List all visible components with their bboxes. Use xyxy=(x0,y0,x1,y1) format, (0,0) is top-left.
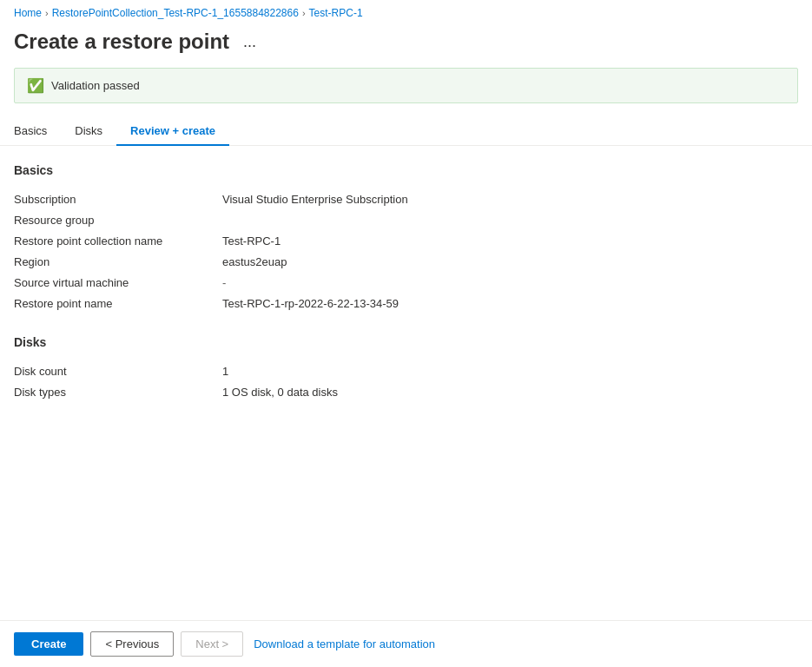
tab-disks[interactable]: Disks xyxy=(61,117,116,146)
label-collection-name: Restore point collection name xyxy=(14,234,222,248)
disks-table: Disk count 1 Disk types 1 OS disk, 0 dat… xyxy=(14,361,798,403)
label-disk-count: Disk count xyxy=(14,365,222,378)
table-row: Subscription Visual Studio Enterprise Su… xyxy=(14,189,798,210)
value-collection-name: Test-RPC-1 xyxy=(222,234,281,248)
table-row: Disk types 1 OS disk, 0 data disks xyxy=(14,382,798,403)
value-disk-types: 1 OS disk, 0 data disks xyxy=(222,386,338,399)
table-row: Region eastus2euap xyxy=(14,252,798,273)
table-row: Source virtual machine - xyxy=(14,273,798,294)
table-row: Resource group xyxy=(14,210,798,231)
breadcrumb-rpc[interactable]: RestorePointCollection_Test-RPC-1_165588… xyxy=(52,7,299,19)
previous-button[interactable]: < Previous xyxy=(90,631,174,657)
basics-table: Subscription Visual Studio Enterprise Su… xyxy=(14,189,798,314)
value-restore-point-name: Test-RPC-1-rp-2022-6-22-13-34-59 xyxy=(222,297,399,310)
tab-basics[interactable]: Basics xyxy=(14,117,61,146)
basics-heading: Basics xyxy=(14,163,798,177)
tab-bar: Basics Disks Review + create xyxy=(0,117,812,146)
bottom-bar: Create < Previous Next > Download a temp… xyxy=(0,620,812,667)
breadcrumb-sep-2: › xyxy=(302,8,306,18)
label-source-vm: Source virtual machine xyxy=(14,276,222,289)
next-button: Next > xyxy=(181,631,243,657)
create-button[interactable]: Create xyxy=(14,632,83,656)
ellipsis-button[interactable]: ... xyxy=(238,31,261,53)
label-restore-point-name: Restore point name xyxy=(14,297,222,310)
breadcrumb: Home › RestorePointCollection_Test-RPC-1… xyxy=(0,0,812,26)
value-subscription: Visual Studio Enterprise Subscription xyxy=(222,193,408,206)
validation-text: Validation passed xyxy=(51,79,140,92)
label-disk-types: Disk types xyxy=(14,386,222,399)
value-disk-count: 1 xyxy=(222,365,228,378)
content-area: Basics Subscription Visual Studio Enterp… xyxy=(0,146,812,502)
breadcrumb-sep-1: › xyxy=(45,8,49,18)
value-source-vm: - xyxy=(222,276,226,289)
breadcrumb-home[interactable]: Home xyxy=(14,7,42,19)
table-row: Disk count 1 xyxy=(14,361,798,382)
label-region: Region xyxy=(14,255,222,268)
automation-template-link[interactable]: Download a template for automation xyxy=(250,632,439,656)
validation-check-icon: ✅ xyxy=(27,77,44,94)
disks-heading: Disks xyxy=(14,335,798,349)
value-region: eastus2euap xyxy=(222,255,287,268)
table-row: Restore point collection name Test-RPC-1 xyxy=(14,231,798,252)
label-subscription: Subscription xyxy=(14,193,222,206)
breadcrumb-test-rpc[interactable]: Test-RPC-1 xyxy=(309,7,363,19)
page-title: Create a restore point xyxy=(14,30,229,54)
content: Basics Subscription Visual Studio Enterp… xyxy=(0,146,812,441)
validation-banner: ✅ Validation passed xyxy=(14,68,798,103)
table-row: Restore point name Test-RPC-1-rp-2022-6-… xyxy=(14,294,798,314)
label-resource-group: Resource group xyxy=(14,214,222,227)
tab-review-create[interactable]: Review + create xyxy=(116,117,229,146)
page-header: Create a restore point ... xyxy=(0,26,812,68)
